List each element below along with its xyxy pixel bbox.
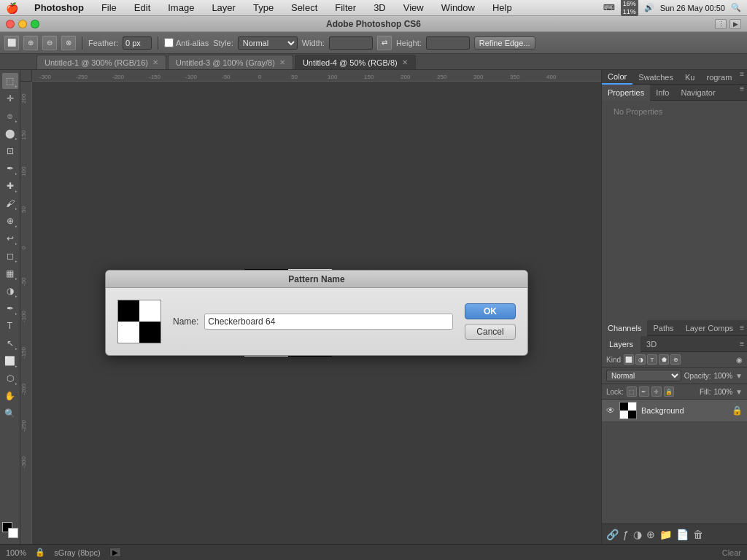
tab-ku[interactable]: Ku: [679, 70, 700, 85]
tab-layers[interactable]: Layers: [602, 336, 640, 352]
menu-item-filter[interactable]: Filter: [330, 2, 360, 13]
layer-item-background[interactable]: 👁 Background 🔒: [602, 400, 747, 422]
layer-visibility-icon[interactable]: 👁: [606, 405, 615, 416]
layers-panel-menu[interactable]: ≡: [740, 340, 744, 348]
delete-layer-icon[interactable]: 🗑: [693, 529, 703, 540]
opacity-arrow[interactable]: ▼: [735, 372, 743, 380]
tab-3d[interactable]: 3D: [640, 336, 662, 352]
menu-item-window[interactable]: Window: [437, 2, 479, 13]
apple-icon[interactable]: 🍎: [6, 2, 18, 14]
panel-arrange-button[interactable]: ⋮: [715, 19, 727, 29]
menu-item-edit[interactable]: Edit: [130, 2, 155, 13]
menu-item-help[interactable]: Help: [488, 2, 516, 13]
tool-crop[interactable]: ⊡: [2, 143, 18, 159]
tool-hand[interactable]: ✋: [2, 388, 18, 404]
kind-adjustment-icon[interactable]: ◑: [635, 354, 646, 365]
link-layers-icon[interactable]: 🔗: [606, 529, 619, 540]
tab-rogram[interactable]: rogram: [700, 70, 738, 85]
menu-item-image[interactable]: Image: [163, 2, 198, 13]
width-input[interactable]: [329, 36, 373, 50]
kind-shape-icon[interactable]: ⬟: [659, 354, 669, 365]
blend-mode-select[interactable]: Normal Multiply Screen: [606, 370, 681, 381]
background-color[interactable]: [8, 528, 18, 538]
tool-path-selection[interactable]: ↖ ▸: [2, 335, 18, 351]
tool-lasso[interactable]: ⌾ ▸: [2, 108, 18, 124]
lock-position-btn[interactable]: ✛: [651, 386, 662, 397]
filter-toggle[interactable]: ◉: [736, 356, 743, 364]
mask-icon[interactable]: ◑: [633, 529, 642, 540]
tab-untitled4[interactable]: Untitled-4 @ 50% (RGB/8) ✕: [295, 55, 416, 69]
tool-rectangle[interactable]: ⬜ ▸: [2, 353, 18, 369]
tab-untitled4-close[interactable]: ✕: [402, 58, 408, 66]
refine-edge-button[interactable]: Refine Edge...: [474, 36, 535, 50]
close-button[interactable]: [6, 20, 15, 28]
tool-type[interactable]: T: [2, 318, 18, 334]
tab-layer-comps[interactable]: Layer Comps: [680, 320, 739, 336]
layer-style-icon[interactable]: ƒ: [623, 529, 629, 540]
tool-intersect-selection[interactable]: ⊗: [61, 36, 76, 50]
tab-untitled3[interactable]: Untitled-3 @ 100% (Gray/8) ✕: [168, 55, 293, 69]
tool-subtract-selection[interactable]: ⊖: [42, 36, 57, 50]
tool-dodge[interactable]: ◑ ▸: [2, 283, 18, 299]
tool-clone-stamp[interactable]: ⊕ ▸: [2, 213, 18, 229]
menu-item-photoshop[interactable]: Photoshop: [30, 2, 88, 13]
menu-item-type[interactable]: Type: [249, 2, 278, 13]
maximize-button[interactable]: [31, 20, 39, 28]
tab-untitled1-close[interactable]: ✕: [152, 58, 158, 66]
pattern-name-input[interactable]: [204, 314, 453, 330]
tool-eraser[interactable]: ◻ ▸: [2, 248, 18, 264]
color-panel-menu[interactable]: ≡: [740, 70, 744, 84]
tool-add-selection[interactable]: ⊕: [23, 36, 38, 50]
fill-arrow[interactable]: ▼: [735, 388, 743, 396]
kind-type-icon[interactable]: T: [647, 354, 657, 365]
tool-healing-brush[interactable]: ✚ ▸: [2, 178, 18, 194]
ok-button[interactable]: OK: [465, 303, 516, 319]
tab-color[interactable]: Color: [602, 70, 632, 85]
tool-gradient[interactable]: ▦ ▸: [2, 265, 18, 281]
tool-marquee[interactable]: ⬚ ▸: [2, 73, 18, 89]
tab-info[interactable]: Info: [650, 85, 675, 101]
tool-brush[interactable]: 🖌 ▸: [2, 195, 18, 211]
lock-pixels-btn[interactable]: ✒: [639, 386, 649, 397]
lock-transparent-btn[interactable]: ⬚: [627, 386, 637, 397]
new-layer-icon[interactable]: 📄: [676, 529, 689, 540]
lock-all-btn[interactable]: 🔒: [664, 386, 674, 397]
tool-history-brush[interactable]: ↩ ▸: [2, 230, 18, 246]
menu-item-layer[interactable]: Layer: [207, 2, 240, 13]
tool-move[interactable]: ✛: [2, 90, 18, 106]
tab-untitled1[interactable]: Untitled-1 @ 300% (RGB/16) ✕: [36, 55, 166, 69]
menu-item-3d[interactable]: 3D: [369, 2, 390, 13]
canvas[interactable]: Pattern Name Name:: [32, 82, 601, 544]
swap-dimensions-icon[interactable]: ⇄: [377, 36, 392, 50]
tool-new-selection[interactable]: ⬜: [4, 36, 19, 50]
tool-eyedropper[interactable]: ✒ ▸: [2, 160, 18, 176]
adjustment-icon[interactable]: ⊕: [646, 529, 655, 540]
group-icon[interactable]: 📁: [659, 529, 672, 540]
feather-input[interactable]: [123, 36, 152, 50]
menu-item-file[interactable]: File: [97, 2, 121, 13]
cancel-button[interactable]: Cancel: [465, 324, 516, 340]
minimize-button[interactable]: [18, 20, 27, 28]
tab-properties[interactable]: Properties: [602, 85, 650, 101]
tool-3d-object[interactable]: ⬡ ▸: [2, 370, 18, 386]
search-icon[interactable]: 🔍: [731, 3, 741, 12]
channels-panel-menu[interactable]: ≡: [740, 324, 744, 332]
tab-paths[interactable]: Paths: [647, 320, 679, 336]
antialias-checkbox[interactable]: Anti-alias: [164, 38, 209, 47]
style-select[interactable]: Normal Fixed Ratio Fixed Size: [238, 36, 298, 50]
color-fg-bg[interactable]: [2, 522, 18, 538]
antialias-check[interactable]: [164, 38, 174, 47]
tool-quick-selection[interactable]: ⬤ ▸: [2, 125, 18, 141]
menu-item-select[interactable]: Select: [287, 2, 322, 13]
kind-pixel-icon[interactable]: ⬜: [624, 354, 634, 365]
menu-item-view[interactable]: View: [399, 2, 428, 13]
status-arrow-button[interactable]: ▶: [109, 548, 121, 557]
panel-expand-button[interactable]: ▶: [729, 19, 741, 29]
tab-untitled3-close[interactable]: ✕: [279, 58, 285, 66]
tab-swatches[interactable]: Swatches: [632, 70, 679, 85]
tool-zoom[interactable]: 🔍: [2, 405, 18, 421]
height-input[interactable]: [426, 36, 470, 50]
tool-pen[interactable]: ✒ ▸: [2, 300, 18, 316]
tab-navigator[interactable]: Navigator: [676, 85, 721, 101]
properties-panel-menu[interactable]: ≡: [740, 85, 744, 100]
